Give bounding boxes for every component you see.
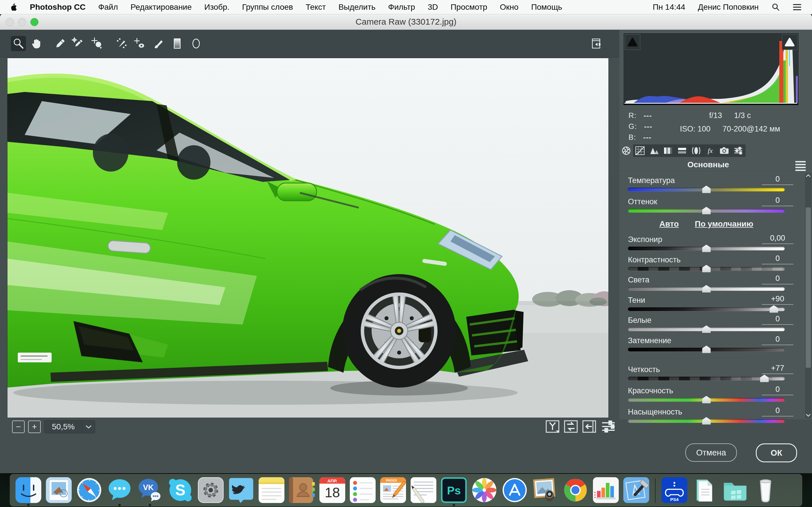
scroll-up-icon[interactable] xyxy=(806,174,811,177)
ok-button[interactable]: ОК xyxy=(756,443,797,462)
tab-tone-curve[interactable] xyxy=(633,145,647,157)
slider-track[interactable] xyxy=(628,287,785,291)
dock-photoshop[interactable]: Ps xyxy=(441,476,467,506)
slider-track[interactable] xyxy=(628,209,785,213)
dock-trash[interactable] xyxy=(752,476,779,506)
slider-value-field[interactable]: 0 xyxy=(762,315,793,325)
slider-thumb[interactable] xyxy=(702,265,711,272)
tab-presets[interactable] xyxy=(731,145,746,157)
toggle-fullscreen-button[interactable] xyxy=(590,36,604,51)
slider-value-field[interactable]: 0,00 xyxy=(762,234,793,244)
menu-filter[interactable]: Фильтр xyxy=(382,3,421,12)
tab-detail[interactable] xyxy=(647,145,661,157)
red-eye-removal-tool[interactable] xyxy=(133,36,147,51)
adjustment-brush-tool[interactable] xyxy=(151,36,166,51)
slider-track[interactable] xyxy=(628,327,785,331)
spot-removal-tool[interactable] xyxy=(114,36,129,51)
menu-select[interactable]: Выделить xyxy=(332,3,382,12)
tab-hsl-grayscale[interactable] xyxy=(661,145,675,157)
slider-value-field[interactable]: 0 xyxy=(762,274,793,284)
slider-track[interactable] xyxy=(628,348,785,351)
menu-clock[interactable]: Пн 14:44 xyxy=(646,3,691,12)
image-canvas[interactable] xyxy=(7,58,609,418)
menu-app-name[interactable]: Photoshop CC xyxy=(23,3,92,12)
color-sampler-tool[interactable] xyxy=(70,36,86,51)
slider-track[interactable] xyxy=(628,419,785,423)
zoom-in-button[interactable]: + xyxy=(28,420,41,433)
title-bar[interactable]: Camera Raw (330172.jpg) xyxy=(0,14,812,30)
slider-track[interactable] xyxy=(628,267,785,271)
dock-numbers[interactable] xyxy=(593,476,619,506)
tab-camera-calibration[interactable] xyxy=(717,145,731,157)
slider-value-field[interactable]: 0 xyxy=(762,406,793,416)
highlight-clipping-toggle[interactable] xyxy=(782,35,797,50)
tab-lens-corrections[interactable] xyxy=(689,145,703,157)
dock-system-preferences[interactable] xyxy=(198,476,224,506)
menu-help[interactable]: Помощь xyxy=(525,3,568,12)
before-after-view-button[interactable] xyxy=(545,419,560,434)
scrollbar-thumb[interactable] xyxy=(806,207,811,368)
tab-effects[interactable]: fx xyxy=(703,145,717,157)
slider-value-field[interactable]: +77 xyxy=(762,364,793,374)
graduated-filter-tool[interactable] xyxy=(170,36,185,51)
slider-thumb[interactable] xyxy=(702,396,711,403)
panel-menu-icon[interactable] xyxy=(795,161,806,171)
dock-skype[interactable]: S xyxy=(167,476,194,506)
dock-vk-messenger[interactable]: VK xyxy=(137,476,163,506)
toggle-settings-panel-button[interactable] xyxy=(600,419,616,434)
default-link[interactable]: По умолчанию xyxy=(695,219,753,229)
menu-image[interactable]: Изобр. xyxy=(198,3,236,12)
menu-type[interactable]: Текст xyxy=(299,3,332,12)
dock-xcode[interactable] xyxy=(623,476,649,506)
auto-link[interactable]: Авто xyxy=(659,219,679,229)
slider-value-field[interactable]: 0 xyxy=(762,196,793,206)
menu-window[interactable]: Окно xyxy=(494,3,525,12)
menu-file[interactable]: Файл xyxy=(92,3,124,12)
dock-textedit[interactable] xyxy=(410,476,437,506)
spotlight-button[interactable] xyxy=(765,3,786,11)
menu-view[interactable]: Просмотр xyxy=(444,3,494,12)
dock-twitter[interactable] xyxy=(228,476,254,506)
zoom-out-button[interactable]: − xyxy=(12,420,24,433)
slider-track[interactable] xyxy=(628,246,785,250)
dock-reminders[interactable] xyxy=(350,476,376,506)
dock-calendar[interactable]: АПР.18 xyxy=(319,476,346,506)
menu-edit[interactable]: Редактирование xyxy=(124,3,198,12)
dock-chrome[interactable] xyxy=(562,476,589,506)
cancel-button[interactable]: Отмена xyxy=(685,443,737,462)
dock-ps4-remote-play[interactable]: PS4 xyxy=(661,476,688,506)
slider-value-field[interactable]: 0 xyxy=(762,335,793,345)
dock-messages[interactable] xyxy=(106,476,133,506)
notification-center-button[interactable] xyxy=(786,3,808,11)
panel-scrollbar[interactable] xyxy=(805,173,811,418)
slider-track[interactable] xyxy=(628,398,785,402)
close-button[interactable] xyxy=(6,18,14,26)
dock-safari[interactable] xyxy=(76,476,102,506)
targeted-adjustment-tool[interactable] xyxy=(90,36,105,51)
swap-before-after-button[interactable] xyxy=(564,419,578,434)
dock-contacts[interactable] xyxy=(289,476,315,506)
menu-3d[interactable]: 3D xyxy=(421,3,445,12)
dock-image-capture[interactable] xyxy=(532,476,558,506)
zoom-window-button[interactable] xyxy=(31,18,39,26)
dock-pages[interactable]: PAGES xyxy=(380,476,406,506)
dock-windows-folder[interactable] xyxy=(722,476,748,506)
zoom-tool[interactable] xyxy=(11,36,26,51)
tab-split-toning[interactable] xyxy=(675,145,689,157)
menu-user[interactable]: Денис Поповкин xyxy=(692,3,765,12)
slider-thumb[interactable] xyxy=(702,245,711,252)
hand-tool[interactable] xyxy=(29,36,44,51)
slider-thumb[interactable] xyxy=(702,207,711,214)
shadow-clipping-toggle[interactable] xyxy=(625,35,640,50)
copy-settings-button[interactable] xyxy=(582,419,597,434)
slider-thumb[interactable] xyxy=(770,305,778,313)
slider-thumb[interactable] xyxy=(702,186,711,193)
minimize-button[interactable] xyxy=(18,18,26,26)
dock-notes[interactable] xyxy=(258,476,285,506)
slider-thumb[interactable] xyxy=(760,375,769,382)
slider-thumb[interactable] xyxy=(702,417,711,425)
slider-thumb[interactable] xyxy=(702,285,711,292)
apple-menu[interactable] xyxy=(4,3,23,11)
radial-filter-tool[interactable] xyxy=(189,36,204,51)
scroll-down-icon[interactable] xyxy=(806,414,811,417)
